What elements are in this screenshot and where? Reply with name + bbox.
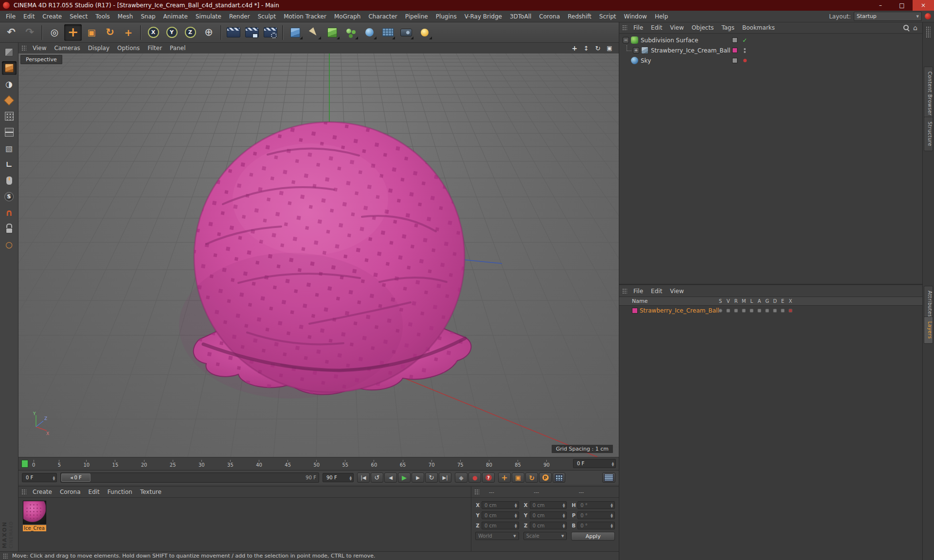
layout-dropdown[interactable]: Startup▼: [854, 12, 922, 21]
object-manager-menu-item[interactable]: Bookmarks: [738, 24, 779, 31]
deformer-menu[interactable]: [360, 24, 378, 41]
object-status-icon[interactable]: [742, 57, 748, 64]
record-scale-button[interactable]: [512, 472, 524, 483]
render-view-icon[interactable]: [225, 24, 242, 41]
object-status-icon[interactable]: [742, 47, 748, 54]
material-menu-item[interactable]: Texture: [136, 489, 165, 495]
coord-column-handle[interactable]: ---: [482, 490, 527, 495]
menu-item[interactable]: Mesh: [114, 13, 137, 20]
zoom-view-icon[interactable]: [581, 44, 592, 52]
object-tag-icon[interactable]: [732, 37, 737, 43]
model-mode-icon[interactable]: [2, 61, 17, 75]
coordinate-system-icon[interactable]: [200, 24, 217, 41]
minimize-button[interactable]: –: [870, 0, 891, 11]
edges-mode-icon[interactable]: [2, 125, 17, 139]
last-used-tool[interactable]: [120, 24, 137, 41]
side-tab[interactable]: Structure: [924, 117, 933, 151]
menu-item[interactable]: Script: [595, 13, 620, 20]
side-tab[interactable]: Content Browser: [924, 67, 933, 121]
object-tag-icon[interactable]: [732, 48, 737, 53]
record-rotation-button[interactable]: [525, 472, 538, 483]
menu-item[interactable]: MoGraph: [330, 13, 365, 20]
undo-icon[interactable]: [2, 24, 20, 41]
environment-menu[interactable]: [379, 24, 396, 41]
stepper-arrows-icon[interactable]: ▲▼: [349, 475, 352, 480]
object-manager-menu-item[interactable]: Tags: [718, 24, 738, 31]
menu-item[interactable]: File: [2, 13, 19, 20]
object-row[interactable]: Strawberry_Ice_Cream_Ball: [619, 45, 922, 55]
home-icon[interactable]: [913, 24, 917, 32]
position-y-field[interactable]: 0 cm▲▼: [482, 511, 519, 519]
layer-flag-icon[interactable]: [771, 309, 779, 313]
size-mode-dropdown[interactable]: Scale▼: [523, 532, 567, 540]
layer-flag-icon[interactable]: [755, 309, 763, 313]
coord-column-handle[interactable]: ---: [572, 490, 617, 495]
layer-flag-icon[interactable]: [779, 309, 787, 313]
position-z-field[interactable]: 0 cm▲▼: [482, 522, 519, 529]
material-menu-item[interactable]: Corona: [56, 489, 85, 495]
size-y-field[interactable]: 0 cm▲▼: [530, 511, 567, 519]
go-to-next-key-button[interactable]: [425, 472, 438, 483]
cube-primitive-menu[interactable]: [287, 24, 304, 41]
autokeying-button[interactable]: [482, 472, 495, 483]
viewport-menu-item[interactable]: Panel: [166, 45, 189, 52]
enable-axis-icon[interactable]: [2, 158, 17, 171]
layer-flag-icon[interactable]: [748, 309, 755, 313]
menu-item[interactable]: Window: [620, 13, 651, 20]
object-name[interactable]: Strawberry_Ice_Cream_Ball: [651, 47, 730, 54]
menu-item[interactable]: Create: [38, 13, 66, 20]
toggle-view-icon[interactable]: [604, 44, 615, 52]
menu-item[interactable]: 3DToAll: [506, 13, 535, 20]
record-pla-button[interactable]: [553, 472, 565, 483]
z-axis-lock[interactable]: [181, 24, 199, 41]
object-manager-menu-item[interactable]: View: [666, 24, 687, 31]
object-manager-menu-item[interactable]: Edit: [647, 24, 666, 31]
layer-manager-menu-item[interactable]: Edit: [647, 288, 666, 295]
light-menu[interactable]: [416, 24, 433, 41]
workplane-mode-icon[interactable]: [2, 93, 17, 107]
menu-item[interactable]: Render: [225, 13, 254, 20]
points-mode-icon[interactable]: [2, 109, 17, 123]
object-manager-menu-item[interactable]: Objects: [688, 24, 718, 31]
menu-item[interactable]: Motion Tracker: [280, 13, 330, 20]
workplane-lock-icon[interactable]: [2, 222, 17, 235]
size-z-field[interactable]: 0 cm▲▼: [530, 522, 567, 529]
keyframe-selection-button[interactable]: [455, 472, 467, 483]
viewport-canvas[interactable]: Perspective Grid Spacing : 1 cm Y X Z: [18, 53, 619, 457]
rotation-h-field[interactable]: 0 °▲▼: [577, 501, 615, 509]
layer-row[interactable]: Strawberry_Ice_Cream_Ball: [619, 306, 922, 315]
menu-item[interactable]: Sculpt: [254, 13, 280, 20]
menu-item[interactable]: Corona: [535, 13, 564, 20]
panel-grip[interactable]: [21, 45, 26, 51]
layer-color-chip[interactable]: [632, 308, 638, 314]
menu-item[interactable]: Plugins: [432, 13, 461, 20]
cloner-menu[interactable]: [342, 24, 359, 41]
menu-item[interactable]: Tools: [91, 13, 114, 20]
panel-grip[interactable]: [926, 26, 931, 38]
polygons-mode-icon[interactable]: [2, 141, 17, 155]
search-icon[interactable]: [902, 24, 910, 32]
object-row[interactable]: Subdivision Surface: [619, 35, 922, 45]
material-menu-item[interactable]: Edit: [85, 489, 104, 495]
viewport-menu-item[interactable]: Cameras: [50, 45, 84, 52]
texture-mode-icon[interactable]: [2, 77, 17, 91]
camera-view-label[interactable]: Perspective: [20, 55, 62, 64]
y-axis-lock[interactable]: [163, 24, 180, 41]
menu-item[interactable]: Snap: [137, 13, 159, 20]
panel-grip[interactable]: [21, 489, 26, 495]
snap-settings-icon[interactable]: [2, 190, 17, 203]
rotate-view-icon[interactable]: [593, 44, 603, 52]
object-name[interactable]: Sky: [641, 57, 651, 64]
object-name[interactable]: Subdivision Surface: [641, 37, 698, 44]
menu-item[interactable]: Help: [651, 13, 672, 20]
material-menu-item[interactable]: Function: [104, 489, 136, 495]
size-x-field[interactable]: 0 cm▲▼: [530, 501, 567, 509]
object-status-icon[interactable]: [742, 37, 748, 44]
magnet-snap-icon[interactable]: [2, 206, 17, 219]
layer-flag-icon[interactable]: [724, 309, 732, 313]
material-thumbnail[interactable]: [23, 501, 46, 524]
layer-manager-menu-item[interactable]: File: [629, 288, 647, 295]
current-frame-field[interactable]: 0 F ▲▼: [22, 473, 57, 482]
camera-menu[interactable]: [397, 24, 415, 41]
viewport-menu-item[interactable]: View: [29, 45, 50, 52]
